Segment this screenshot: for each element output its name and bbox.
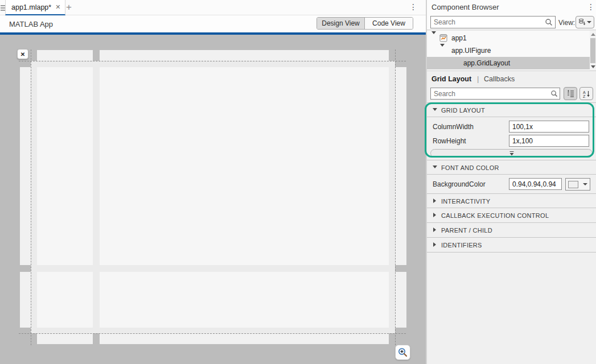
z-order-icon xyxy=(578,18,586,26)
section-title: PARENT / CHILD xyxy=(441,227,492,234)
section-parent-child-header[interactable]: PARENT / CHILD xyxy=(427,223,596,238)
collapse-icon[interactable] xyxy=(440,44,445,55)
section-expanded-icon xyxy=(433,166,437,168)
component-search-input[interactable] xyxy=(434,18,542,27)
scrollbar-thumb[interactable] xyxy=(590,38,595,63)
column-track-1-top[interactable] xyxy=(37,50,93,61)
property-label: ColumnWidth xyxy=(433,123,474,131)
code-view-button[interactable]: Code View xyxy=(365,18,413,29)
tab-callbacks[interactable]: Callbacks xyxy=(484,75,515,83)
app-designer-window: app1.mlapp* ✕ + ⋮ MATLAB App Design View… xyxy=(0,0,596,364)
section-callback-execution-header[interactable]: CALLBACK EXECUTION CONTROL xyxy=(427,208,596,223)
tree-scrollbar[interactable] xyxy=(590,31,596,71)
property-sections: GRID LAYOUT ColumnWidth RowHeight xyxy=(427,102,596,253)
section-title: GRID LAYOUT xyxy=(441,107,485,114)
tab-separator: | xyxy=(477,75,479,83)
property-label: RowHeight xyxy=(433,137,466,145)
row-track-1-left[interactable] xyxy=(20,67,31,265)
color-picker-dropdown[interactable] xyxy=(565,178,590,191)
section-expanded-icon xyxy=(433,108,437,111)
view-toggle: Design View Code View xyxy=(317,17,413,30)
design-view-button[interactable]: Design View xyxy=(317,18,365,29)
section-identifiers-header[interactable]: IDENTIFIERS xyxy=(427,238,596,253)
section-font-color-header[interactable]: FONT AND COLOR xyxy=(427,160,596,175)
tree-item-label: app1 xyxy=(451,34,467,42)
scroll-up-icon[interactable] xyxy=(591,33,595,36)
grid-cell-r1c2[interactable] xyxy=(100,67,389,265)
component-search-row: View: xyxy=(427,15,596,30)
view-label: View: xyxy=(558,19,575,27)
component-browser-menu-icon[interactable]: ⋮ xyxy=(587,3,595,11)
figure-right-guide xyxy=(395,49,396,345)
column-track-1-bottom[interactable] xyxy=(37,333,93,344)
grouped-list-icon xyxy=(566,90,574,97)
grid-cell-r2c1[interactable] xyxy=(37,272,93,328)
tree-item-label: app.UIFigure xyxy=(451,47,491,55)
inspector-tabs: Grid Layout | Callbacks xyxy=(427,72,596,86)
row-track-1-right[interactable] xyxy=(395,67,406,265)
component-browser-title: Component Browser xyxy=(431,3,499,11)
app-file-icon xyxy=(439,34,448,42)
close-figure-button[interactable]: ✕ xyxy=(17,49,28,59)
chevron-down-icon xyxy=(583,183,587,185)
section-collapsed-icon xyxy=(433,213,436,217)
tree-divider xyxy=(427,71,596,71)
tab-app1[interactable]: app1.mlapp* ✕ xyxy=(5,0,65,15)
sort-alphabetical-button[interactable]: A Z xyxy=(579,87,593,100)
row-track-2-right[interactable] xyxy=(395,272,406,328)
section-title: FONT AND COLOR xyxy=(441,164,499,171)
section-title: INTERACTIVITY xyxy=(441,198,490,205)
magnifier-plus-icon xyxy=(398,348,408,357)
chevron-down-icon xyxy=(587,21,591,23)
figure-top-guide xyxy=(19,61,406,61)
tree-item-label: app.GridLayout xyxy=(463,59,510,67)
columnwidth-input[interactable] xyxy=(509,121,589,133)
panel-grip[interactable] xyxy=(1,4,5,12)
group-by-category-button[interactable] xyxy=(564,87,577,100)
property-row-rowheight: RowHeight xyxy=(427,134,596,148)
expand-more-icon xyxy=(508,151,515,156)
document-menu-icon[interactable]: ⋮ xyxy=(409,3,417,11)
section-collapsed-icon xyxy=(433,242,436,247)
tab-label: app1.mlapp* xyxy=(11,3,51,11)
tab-close-icon[interactable]: ✕ xyxy=(55,4,60,10)
section-title: IDENTIFIERS xyxy=(441,242,482,249)
tree-item-app1[interactable]: app1 xyxy=(427,32,590,44)
figure-bottom-guide xyxy=(19,333,406,334)
section-collapsed-icon xyxy=(433,228,436,232)
component-tree: app1 app.UIFigure app.GridLayout xyxy=(427,31,596,71)
tree-item-gridlayout-selected[interactable]: app.GridLayout xyxy=(427,57,590,69)
rowheight-input[interactable] xyxy=(509,135,589,147)
figure-left-guide xyxy=(31,49,31,345)
new-tab-button[interactable]: + xyxy=(64,2,74,13)
zoom-in-button[interactable] xyxy=(395,345,410,360)
scroll-down-icon[interactable] xyxy=(591,65,595,68)
column-track-2-top[interactable] xyxy=(100,50,389,61)
component-browser-header: Component Browser ⋮ xyxy=(427,0,596,15)
collapse-icon[interactable] xyxy=(431,31,436,42)
svg-text:A: A xyxy=(583,90,586,94)
design-canvas[interactable]: ✕ xyxy=(0,35,426,364)
color-swatch xyxy=(568,181,578,188)
document-title: MATLAB App xyxy=(9,20,53,28)
property-search-input[interactable] xyxy=(434,89,548,98)
grid-layout-rows: ColumnWidth RowHeight xyxy=(427,117,596,148)
search-icon xyxy=(550,90,558,99)
backgroundcolor-input[interactable] xyxy=(509,178,562,190)
column-track-2-bottom[interactable] xyxy=(100,333,389,344)
az-sort-icon: A Z xyxy=(582,90,590,98)
property-label: BackgroundColor xyxy=(433,180,486,188)
grid-cell-r1c1[interactable] xyxy=(37,67,93,265)
show-more-properties-button[interactable] xyxy=(430,149,593,158)
view-mode-dropdown[interactable] xyxy=(576,16,594,28)
row-track-2-left[interactable] xyxy=(20,272,31,328)
tree-item-uifigure[interactable]: app.UIFigure xyxy=(427,44,590,57)
tab-grid-layout[interactable]: Grid Layout xyxy=(431,75,471,83)
section-grid-layout-header[interactable]: GRID LAYOUT xyxy=(427,102,596,117)
section-title: CALLBACK EXECUTION CONTROL xyxy=(441,212,549,219)
document-tabbar: app1.mlapp* ✕ + ⋮ xyxy=(0,0,426,15)
search-icon xyxy=(545,18,553,28)
inspector-search-row: A Z xyxy=(427,86,596,101)
grid-cell-r2c2[interactable] xyxy=(100,272,389,328)
section-interactivity-header[interactable]: INTERACTIVITY xyxy=(427,193,596,208)
